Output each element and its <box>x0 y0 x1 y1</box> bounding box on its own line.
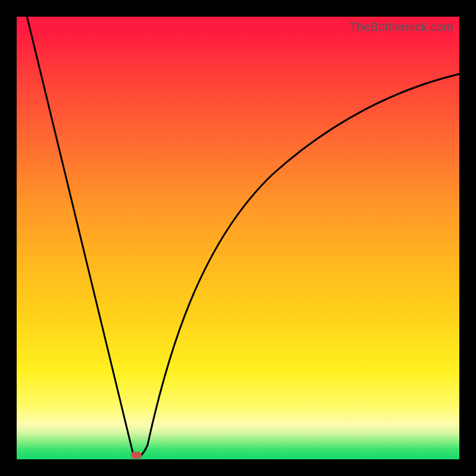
attribution-text: TheBottleneck.com <box>349 20 453 34</box>
bottleneck-curve <box>26 17 459 458</box>
plot-area: TheBottleneck.com <box>17 17 459 459</box>
optimal-marker <box>131 452 142 459</box>
curve-svg <box>17 17 459 459</box>
chart-frame: TheBottleneck.com <box>0 0 476 476</box>
